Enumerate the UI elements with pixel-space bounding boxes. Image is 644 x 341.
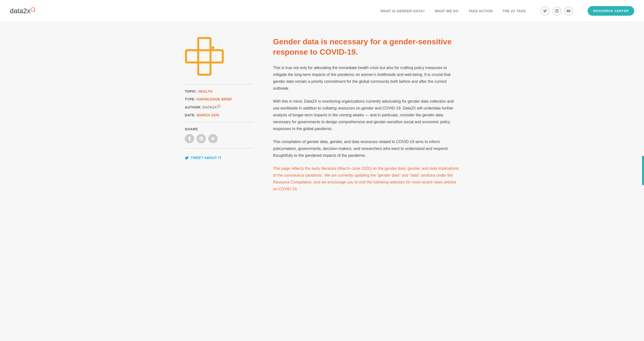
scrollbar[interactable] <box>642 156 644 185</box>
header: data2x WHAT IS GENDER DATA? WHAT WE DO T… <box>0 0 644 22</box>
logo-text: data2x <box>10 7 35 15</box>
logo[interactable]: data2x <box>10 7 35 15</box>
resource-center-button[interactable]: RESOURCE CENTER <box>588 6 634 16</box>
share-label: SHARE <box>185 127 254 131</box>
svg-rect-0 <box>198 38 210 75</box>
tweet-about-it-label: TWEET ABOUT IT <box>191 156 221 160</box>
article-paragraph-2: With this in mind, Data2X is monitoring … <box>273 98 459 132</box>
author-meta: AUTHOR: data2x <box>185 105 254 109</box>
date-meta: DATE: MARCH 2020 <box>185 113 254 117</box>
share-section: SHARE <box>185 127 254 143</box>
date-value: MARCH 2020 <box>197 113 219 117</box>
author-value: data2x <box>202 105 220 109</box>
sidebar-divider-top <box>185 84 254 84</box>
social-icons <box>540 6 573 16</box>
article-title: Gender data is necessary for a gender-se… <box>273 37 459 57</box>
main-content: TOPIC: HEALTH TYPE: KNOWLEDGE BRIEF AUTH… <box>175 37 469 199</box>
twitter-share-icon[interactable] <box>208 134 218 143</box>
article-paragraph-1: This is true not only for alleviating th… <box>273 64 459 92</box>
type-meta: TYPE: KNOWLEDGE BRIEF <box>185 97 254 101</box>
share-icons <box>185 134 254 143</box>
article-body: This is true not only for alleviating th… <box>273 64 459 192</box>
nav-what-is-gender-data[interactable]: WHAT IS GENDER DATA? <box>380 9 425 13</box>
topic-label: TOPIC: <box>185 90 197 93</box>
article-paragraph-4-orange: This page reflects the early literature … <box>273 165 459 192</box>
twitter-header-icon[interactable] <box>540 6 550 16</box>
svg-point-2 <box>212 46 214 49</box>
topic-value: HEALTH <box>198 90 213 93</box>
linkedin-header-icon[interactable] <box>552 6 561 16</box>
nav-the-2x-take[interactable]: THE 2X TAKE <box>502 9 526 13</box>
main-nav: WHAT IS GENDER DATA? WHAT WE DO TAKE ACT… <box>380 6 634 16</box>
logo-icon <box>31 7 35 12</box>
sidebar-divider-mid <box>185 122 254 122</box>
linkedin-share-icon[interactable] <box>196 134 206 143</box>
health-icon <box>185 37 254 77</box>
facebook-share-icon[interactable] <box>185 134 194 143</box>
svg-rect-1 <box>186 50 223 62</box>
tweet-about-it-link[interactable]: TWEET ABOUT IT <box>185 156 254 160</box>
sidebar-divider-bottom <box>185 148 254 148</box>
article-paragraph-3: This compilation of gender data, gender,… <box>273 138 459 159</box>
youtube-header-icon[interactable] <box>564 6 573 16</box>
sidebar: TOPIC: HEALTH TYPE: KNOWLEDGE BRIEF AUTH… <box>185 37 254 199</box>
nav-what-we-do[interactable]: WHAT WE DO <box>435 9 458 13</box>
author-label: AUTHOR: <box>185 105 202 109</box>
topic-meta: TOPIC: HEALTH <box>185 90 254 93</box>
date-label: DATE: <box>185 113 196 117</box>
type-value: KNOWLEDGE BRIEF <box>196 97 232 101</box>
type-label: TYPE: <box>185 97 196 101</box>
article: Gender data is necessary for a gender-se… <box>273 37 459 199</box>
author-logo-icon <box>217 105 220 108</box>
nav-take-action[interactable]: TAKE ACTION <box>468 9 493 13</box>
